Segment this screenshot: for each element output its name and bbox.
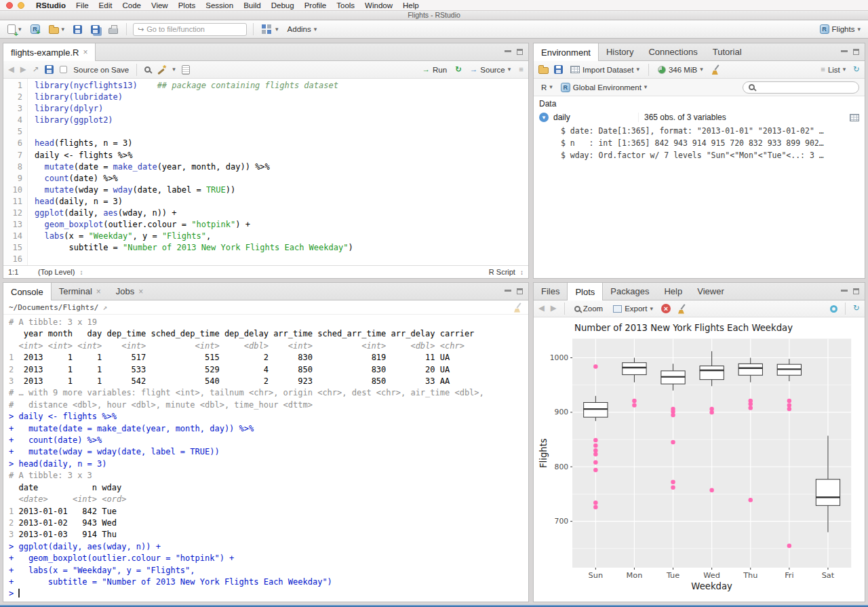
console-tab-label: Console [11, 287, 43, 297]
close-tab-icon[interactable]: × [83, 47, 87, 57]
document-outline-icon[interactable]: ≡ [519, 66, 524, 74]
source-button[interactable]: → Source ▾ [468, 64, 513, 75]
forward-icon[interactable]: ▶ [20, 66, 26, 74]
compile-report-icon[interactable] [182, 65, 190, 75]
tab-console[interactable]: Console [3, 283, 52, 300]
new-file-button[interactable]: ▾ [5, 23, 24, 35]
maximize-pane-icon[interactable] [853, 49, 859, 55]
run-icon: → [422, 66, 431, 74]
macos-menubar: RStudio File Edit Code View Plots Sessio… [0, 0, 868, 11]
print-button[interactable] [106, 24, 120, 35]
menu-session[interactable]: Session [205, 1, 233, 9]
code-tools-icon[interactable] [157, 65, 166, 75]
console-output[interactable]: # A tibble: 3 x 19 year month day dep_ti… [3, 315, 528, 602]
view-data-icon[interactable] [850, 114, 859, 121]
remove-plot-icon[interactable]: × [661, 304, 671, 313]
collapse-object-icon[interactable]: ▼ [539, 113, 549, 122]
new-project-icon: R [31, 24, 40, 34]
minimize-pane-icon[interactable] [841, 290, 848, 292]
menu-debug[interactable]: Debug [271, 1, 294, 9]
source-on-save-checkbox[interactable] [60, 66, 67, 73]
save-button[interactable] [71, 24, 84, 35]
environment-object-daily[interactable]: ▼ daily 365 obs. of 3 variables [534, 111, 865, 124]
tab-terminal[interactable]: Terminal × [52, 283, 108, 300]
clear-environment-icon[interactable] [711, 64, 721, 75]
menu-edit[interactable]: Edit [99, 1, 113, 9]
code-editor[interactable]: 12345678910111213141516 library(nycfligh… [3, 79, 528, 265]
menu-profile[interactable]: Profile [304, 1, 327, 9]
maximize-pane-icon[interactable] [517, 49, 523, 55]
publish-icon[interactable] [830, 305, 837, 313]
close-tab-icon[interactable]: × [138, 287, 143, 296]
minimize-window-button[interactable] [18, 2, 24, 9]
clear-console-icon[interactable] [513, 302, 523, 313]
menu-window[interactable]: Window [365, 1, 393, 9]
object-summary: 365 obs. of 3 variables [638, 113, 845, 122]
save-source-icon[interactable] [45, 65, 54, 74]
find-replace-icon[interactable] [144, 66, 151, 73]
minimize-pane-icon[interactable] [505, 50, 511, 52]
zoom-button[interactable]: Zoom [572, 303, 605, 314]
menu-plots[interactable]: Plots [178, 1, 196, 9]
import-dataset-button[interactable]: Import Dataset ▾ [568, 64, 642, 75]
run-button[interactable]: → Run [420, 64, 450, 75]
tab-plots[interactable]: Plots [567, 283, 603, 300]
clear-all-plots-icon[interactable] [677, 304, 687, 314]
tab-viewer[interactable]: Viewer [690, 283, 732, 300]
export-button[interactable]: Export ▾ [611, 303, 655, 314]
source-tabbar: flights-example.R × [3, 43, 528, 61]
maximize-pane-icon[interactable] [517, 288, 523, 294]
memory-usage-button[interactable]: 346 MiB ▾ [656, 64, 705, 75]
goto-directory-icon[interactable]: ↗ [102, 304, 107, 311]
addins-button[interactable]: Addins ▾ [285, 24, 319, 35]
tab-jobs[interactable]: Jobs × [108, 283, 151, 300]
load-workspace-icon[interactable] [538, 67, 549, 74]
minimize-pane-icon[interactable] [841, 50, 848, 52]
menu-view[interactable]: View [151, 1, 168, 9]
menu-code[interactable]: Code [122, 1, 141, 9]
pane-layout-button[interactable]: ▾ [260, 23, 281, 35]
tab-files[interactable]: Files [534, 283, 567, 300]
list-view-button[interactable]: ≡ List ▾ [818, 64, 848, 75]
back-icon[interactable]: ◀ [8, 66, 14, 74]
close-window-button[interactable] [6, 2, 13, 9]
caret-down-icon: ▾ [644, 84, 648, 90]
scope-selector[interactable]: (Top Level) ↕ [38, 268, 83, 276]
tab-tutorial[interactable]: Tutorial [705, 43, 749, 60]
save-workspace-icon[interactable] [554, 65, 563, 74]
menu-app-name[interactable]: RStudio [36, 1, 66, 9]
project-menu-button[interactable]: R Flights ▾ [818, 23, 863, 35]
svg-text:Weekday: Weekday [691, 581, 732, 591]
svg-text:900: 900 [555, 408, 569, 416]
new-project-button[interactable]: R [28, 23, 42, 35]
tab-help[interactable]: Help [656, 283, 690, 300]
next-plot-icon[interactable]: ▶ [551, 305, 557, 313]
open-file-button[interactable]: ▾ [47, 24, 67, 35]
object-name: daily [553, 113, 633, 122]
minimize-pane-icon[interactable] [505, 290, 511, 292]
menu-help[interactable]: Help [403, 1, 419, 9]
tab-connections[interactable]: Connections [641, 43, 705, 60]
tab-packages[interactable]: Packages [603, 283, 656, 300]
environment-search-input[interactable] [758, 83, 846, 92]
popout-window-icon[interactable]: ↗ [33, 66, 39, 74]
save-all-button[interactable] [89, 24, 102, 35]
file-type-selector[interactable]: R Script ↕ [489, 268, 524, 276]
tab-environment[interactable]: Environment [534, 43, 599, 61]
menu-build[interactable]: Build [243, 1, 261, 9]
menu-tools[interactable]: Tools [336, 1, 355, 9]
rerun-icon[interactable]: ↻ [455, 66, 462, 74]
close-tab-icon[interactable]: × [96, 287, 101, 296]
refresh-plot-icon[interactable]: ↻ [853, 305, 860, 313]
tab-history[interactable]: History [599, 43, 641, 60]
maximize-pane-icon[interactable] [853, 288, 859, 294]
language-selector[interactable]: R ▾ [539, 82, 555, 93]
right-column: Environment History Connections Tutorial [533, 43, 865, 602]
refresh-environment-icon[interactable]: ↻ [853, 66, 860, 74]
tab-flights-example[interactable]: flights-example.R × [3, 43, 96, 61]
previous-plot-icon[interactable]: ◀ [538, 305, 545, 313]
environment-scope-selector[interactable]: R Global Environment ▾ [559, 81, 650, 94]
goto-file-input[interactable] [146, 25, 235, 33]
menu-file[interactable]: File [76, 1, 89, 9]
source-tab-title: flights-example.R [11, 47, 79, 58]
